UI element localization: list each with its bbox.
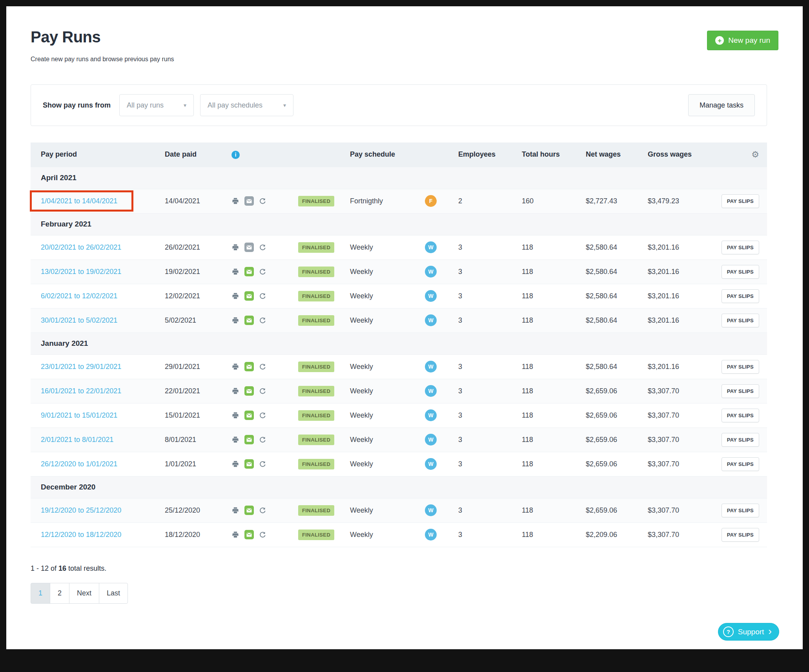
envelope-icon[interactable] xyxy=(244,459,254,469)
printer-icon[interactable] xyxy=(231,460,239,468)
envelope-icon[interactable] xyxy=(244,316,254,325)
printer-icon[interactable] xyxy=(231,292,239,300)
pay-period-cell: 26/12/2020 to 1/01/2021 xyxy=(31,452,165,476)
net-wages-cell: $2,580.64 xyxy=(586,284,648,308)
envelope-icon[interactable] xyxy=(244,386,254,396)
col-schedule-badge xyxy=(425,142,458,167)
printer-icon[interactable] xyxy=(231,506,239,514)
printer-icon[interactable] xyxy=(231,363,239,371)
envelope-icon[interactable] xyxy=(244,362,254,371)
printer-icon[interactable] xyxy=(231,531,239,539)
filter-label: Show pay runs from xyxy=(43,101,111,110)
pay-slips-button[interactable]: PAY SLIPS xyxy=(722,241,759,254)
printer-icon[interactable] xyxy=(231,197,239,205)
schedule-badge-cell: W xyxy=(425,403,458,427)
refresh-icon[interactable] xyxy=(259,292,266,300)
pay-runs-dropdown[interactable]: All pay runs ▾ xyxy=(119,94,194,116)
envelope-icon[interactable] xyxy=(244,435,254,444)
new-pay-run-button[interactable]: + New pay run xyxy=(707,31,778,50)
refresh-icon[interactable] xyxy=(259,363,266,371)
printer-icon[interactable] xyxy=(231,411,239,419)
pay-schedule-cell: Weekly xyxy=(350,522,425,547)
pay-period-link[interactable]: 23/01/2021 to 29/01/2021 xyxy=(41,363,121,371)
pay-period-link[interactable]: 2/01/2021 to 8/01/2021 xyxy=(41,436,113,444)
support-button[interactable]: ? Support › xyxy=(718,623,779,641)
pay-period-cell: 1/04/2021 to 14/04/2021 xyxy=(31,189,165,213)
status-cell: FINALISED xyxy=(298,308,350,332)
printer-icon[interactable] xyxy=(231,243,239,251)
refresh-icon[interactable] xyxy=(259,460,266,468)
pay-period-link[interactable]: 1/04/2021 to 14/04/2021 xyxy=(41,197,117,205)
refresh-icon[interactable] xyxy=(259,531,266,539)
plus-icon: + xyxy=(715,36,724,45)
pay-slips-button[interactable]: PAY SLIPS xyxy=(722,194,759,208)
refresh-icon[interactable] xyxy=(259,197,266,205)
gross-wages-cell: $3,479.23 xyxy=(648,189,721,213)
pay-period-link[interactable]: 13/02/2021 to 19/02/2021 xyxy=(41,268,121,276)
pay-slips-button[interactable]: PAY SLIPS xyxy=(722,384,759,398)
pagination-last-button[interactable]: Last xyxy=(99,583,128,604)
pay-slips-button[interactable]: PAY SLIPS xyxy=(722,457,759,471)
printer-icon[interactable] xyxy=(231,316,239,324)
pay-period-cell: 12/12/2020 to 18/12/2020 xyxy=(31,522,165,547)
row-actions-cell xyxy=(231,354,298,379)
envelope-icon[interactable] xyxy=(244,243,254,252)
envelope-icon[interactable] xyxy=(244,196,254,206)
refresh-icon[interactable] xyxy=(259,317,266,324)
pay-slips-button[interactable]: PAY SLIPS xyxy=(722,528,759,542)
pagination-next-button[interactable]: Next xyxy=(69,583,99,604)
refresh-icon[interactable] xyxy=(259,436,266,444)
envelope-icon[interactable] xyxy=(244,530,254,539)
refresh-icon[interactable] xyxy=(259,268,266,276)
manage-tasks-button[interactable]: Manage tasks xyxy=(688,94,755,116)
status-badge: FINALISED xyxy=(298,267,334,277)
pagination-1-button[interactable]: 1 xyxy=(31,583,50,604)
schedule-badge: W xyxy=(425,385,437,397)
pay-slips-button[interactable]: PAY SLIPS xyxy=(722,409,759,422)
refresh-icon[interactable] xyxy=(259,244,266,251)
pay-period-link[interactable]: 30/01/2021 to 5/02/2021 xyxy=(41,316,117,324)
printer-icon[interactable] xyxy=(231,387,239,395)
printer-icon[interactable] xyxy=(231,268,239,276)
pay-period-link[interactable]: 19/12/2020 to 25/12/2020 xyxy=(41,506,121,514)
status-badge: FINALISED xyxy=(298,435,334,445)
employees-cell: 3 xyxy=(458,452,522,476)
pay-slips-cell: PAY SLIPS xyxy=(721,379,767,403)
envelope-icon[interactable] xyxy=(244,506,254,515)
month-label: February 2021 xyxy=(31,213,767,235)
pay-slips-button[interactable]: PAY SLIPS xyxy=(722,289,759,303)
employees-cell: 3 xyxy=(458,522,522,547)
employees-cell: 3 xyxy=(458,284,522,308)
pay-slips-button[interactable]: PAY SLIPS xyxy=(722,314,759,327)
pay-period-link[interactable]: 20/02/2021 to 26/02/2021 xyxy=(41,243,121,251)
pay-period-link[interactable]: 16/01/2021 to 22/01/2021 xyxy=(41,387,121,395)
pay-period-link[interactable]: 12/12/2020 to 18/12/2020 xyxy=(41,531,121,539)
chevron-down-icon: ▾ xyxy=(184,102,186,108)
pay-period-link[interactable]: 26/12/2020 to 1/01/2021 xyxy=(41,460,117,468)
refresh-icon[interactable] xyxy=(259,412,266,419)
pay-slips-button[interactable]: PAY SLIPS xyxy=(722,504,759,517)
schedule-badge-cell: W xyxy=(425,498,458,522)
total-hours-cell: 118 xyxy=(522,284,586,308)
gross-wages-cell: $3,307.70 xyxy=(648,498,721,522)
printer-icon[interactable] xyxy=(231,436,239,444)
pay-period-link[interactable]: 6/02/2021 to 12/02/2021 xyxy=(41,292,117,300)
pay-slips-button[interactable]: PAY SLIPS xyxy=(722,265,759,279)
envelope-icon[interactable] xyxy=(244,291,254,301)
pay-slips-button[interactable]: PAY SLIPS xyxy=(722,433,759,447)
pay-slips-button[interactable]: PAY SLIPS xyxy=(722,360,759,374)
pay-period-cell: 16/01/2021 to 22/01/2021 xyxy=(31,379,165,403)
schedule-badge: W xyxy=(425,409,437,421)
total-hours-cell: 160 xyxy=(522,189,586,213)
refresh-icon[interactable] xyxy=(259,507,266,514)
pay-period-link[interactable]: 9/01/2021 to 15/01/2021 xyxy=(41,411,117,419)
refresh-icon[interactable] xyxy=(259,387,266,395)
pagination-2-button[interactable]: 2 xyxy=(50,583,69,604)
pay-schedules-dropdown[interactable]: All pay schedules ▾ xyxy=(200,94,293,116)
envelope-icon[interactable] xyxy=(244,267,254,276)
envelope-icon[interactable] xyxy=(244,411,254,420)
pay-schedule-cell: Fortnigthly xyxy=(350,189,425,213)
info-icon[interactable]: i xyxy=(231,151,240,159)
net-wages-cell: $2,580.64 xyxy=(586,235,648,259)
gear-icon[interactable]: ⚙ xyxy=(751,150,759,159)
